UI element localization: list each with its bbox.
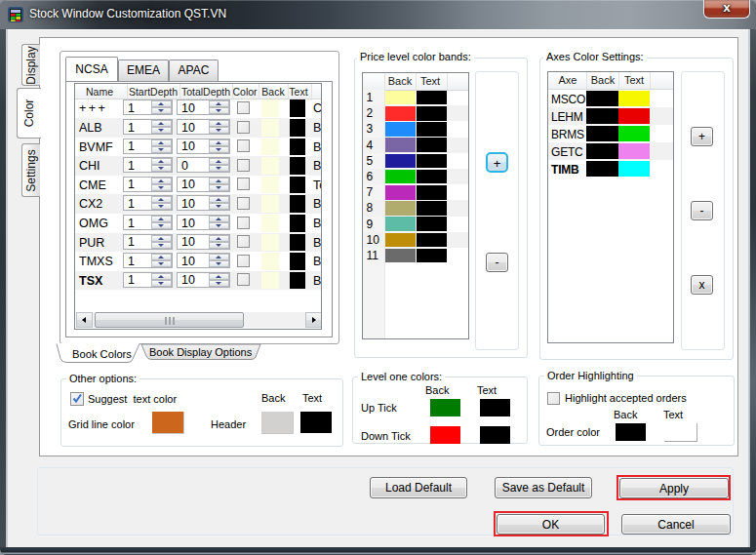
svg-text:Book Colors: Book Colors — [72, 348, 132, 360]
svg-text:Book Display Options: Book Display Options — [149, 346, 253, 358]
